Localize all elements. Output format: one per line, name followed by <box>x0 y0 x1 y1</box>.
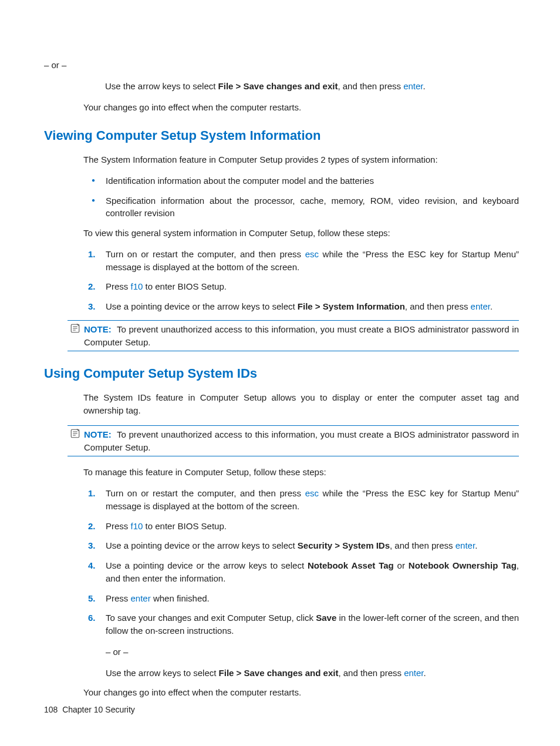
note-text: To prevent unauthorized access to this i… <box>84 324 519 347</box>
page-footer: 108 Chapter 10 Security <box>44 704 135 715</box>
step-press-enter-finish: Press enter when finished. <box>83 592 519 605</box>
step-save-exit: To save your changes and exit Computer S… <box>83 611 519 679</box>
key-enter: enter <box>471 301 490 311</box>
heading-viewing-sysinfo: Viewing Computer Setup System Informatio… <box>44 126 519 145</box>
step-select-file-sysinfo: Use a pointing device or the arrow keys … <box>83 300 519 313</box>
sysids-follow: To manage this feature in Computer Setup… <box>83 466 519 479</box>
sysinfo-types-list: Identification information about the com… <box>44 174 519 220</box>
key-esc: esc <box>305 488 319 498</box>
chapter-label: Chapter 10 Security <box>62 705 135 714</box>
key-f10: f10 <box>131 281 143 291</box>
heading-using-sysids: Using Computer Setup System IDs <box>44 364 519 383</box>
key-esc: esc <box>305 249 319 259</box>
step-turn-on: Turn on or restart the computer, and the… <box>83 248 519 274</box>
sysinfo-follow: To view this general system information … <box>83 227 519 240</box>
or-separator: – or – <box>44 59 519 72</box>
note-box-sysinfo: NOTE: To prevent unauthorized access to … <box>68 320 519 352</box>
or-separator: – or – <box>106 646 519 658</box>
step-turn-on: Turn on or restart the computer, and the… <box>83 487 519 513</box>
step-press-f10: Press f10 to enter BIOS Setup. <box>83 520 519 533</box>
sysids-intro: The System IDs feature in Computer Setup… <box>83 391 519 417</box>
step-press-f10: Press f10 to enter BIOS Setup. <box>83 280 519 293</box>
sysinfo-intro: The System Information feature in Comput… <box>83 153 519 166</box>
step-select-tag: Use a pointing device or the arrow keys … <box>83 559 519 585</box>
note-text: To prevent unauthorized access to this i… <box>84 429 519 452</box>
key-enter: enter <box>456 540 475 550</box>
key-f10: f10 <box>131 521 143 531</box>
restart-note: Your changes go into effect when the com… <box>83 101 519 114</box>
page-content: – or – Use the arrow keys to select File… <box>0 0 560 699</box>
bullet-specification: Specification information about the proc… <box>83 194 519 220</box>
restart-note: Your changes go into effect when the com… <box>83 686 519 699</box>
note-label: NOTE: <box>84 429 112 439</box>
note-icon <box>70 428 80 439</box>
instruction-save-exit: Use the arrow keys to select File > Save… <box>105 80 519 93</box>
page-number: 108 <box>44 705 58 714</box>
bullet-identification: Identification information about the com… <box>83 174 519 187</box>
key-enter: enter <box>403 81 423 91</box>
step-select-security-sysids: Use a pointing device or the arrow keys … <box>83 539 519 552</box>
sysids-steps: Turn on or restart the computer, and the… <box>44 487 519 679</box>
note-icon <box>70 323 80 334</box>
key-enter: enter <box>131 593 151 603</box>
key-enter: enter <box>404 668 423 678</box>
note-box-sysids: NOTE: To prevent unauthorized access to … <box>68 425 519 457</box>
sysinfo-steps: Turn on or restart the computer, and the… <box>44 248 519 313</box>
note-label: NOTE: <box>84 324 112 334</box>
